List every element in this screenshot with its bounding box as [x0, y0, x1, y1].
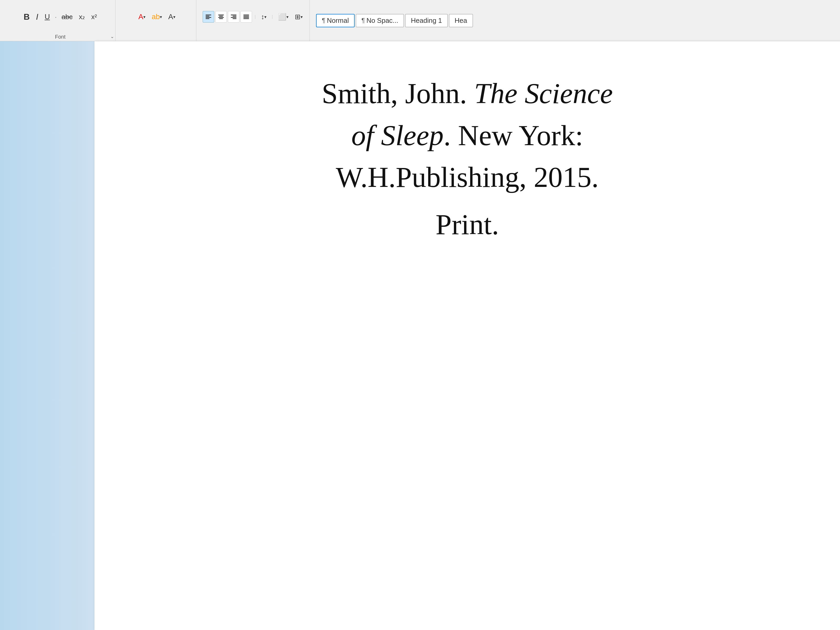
- alignment-group: | ↕▾ | ⬜▾ ⊞▾: [199, 0, 310, 41]
- style-heading2-label: Hea: [455, 17, 467, 25]
- doc-line3-normal: W.H.Publishing, 2015.: [336, 161, 598, 193]
- pi-nospace-icon: ¶: [362, 17, 365, 24]
- separator: ·: [55, 12, 57, 21]
- italic-button[interactable]: I: [33, 11, 41, 24]
- doc-line2-normal: . New York:: [444, 120, 583, 152]
- align-left-button[interactable]: [203, 11, 214, 22]
- page: Smith, John. The Science of Sleep. New Y…: [95, 41, 840, 630]
- doc-line2-italic: of Sleep: [351, 120, 444, 152]
- bold-button[interactable]: B: [21, 11, 32, 24]
- style-no-space-button[interactable]: ¶ No Spac...: [356, 14, 404, 27]
- style-heading1-button[interactable]: Heading 1: [405, 14, 448, 27]
- style-normal-button[interactable]: ¶ Normal: [316, 14, 355, 27]
- superscript-button[interactable]: x²: [88, 11, 99, 22]
- line-spacing-button[interactable]: ↕▾: [258, 11, 269, 22]
- toolbar: B I U · abc x₂ x² Font ⌄ A▾ ab▾ A▾: [0, 0, 840, 41]
- highlight-color-button[interactable]: ab▾: [149, 11, 164, 22]
- doc-line4-normal: Print.: [436, 204, 499, 246]
- pi-normal-icon: ¶: [322, 17, 325, 24]
- style-heading2-button[interactable]: Hea: [449, 14, 473, 27]
- underline-button[interactable]: U: [42, 11, 52, 22]
- font-format-group: B I U · abc x₂ x² Font ⌄: [5, 0, 115, 41]
- document-area: Smith, John. The Science of Sleep. New Y…: [0, 41, 840, 630]
- align-justify-button[interactable]: [240, 11, 252, 22]
- color-group: A▾ ab▾ A▾: [118, 0, 196, 41]
- style-normal-label: Normal: [327, 17, 349, 25]
- border-button[interactable]: ⊞▾: [292, 11, 305, 22]
- doc-line1-italic: The Science: [474, 77, 613, 109]
- left-margin: [0, 41, 95, 630]
- style-heading1-label: Heading 1: [411, 17, 442, 25]
- font-color-button[interactable]: A▾: [136, 11, 148, 22]
- style-no-space-label: No Spac...: [366, 17, 398, 25]
- shading-button[interactable]: ⬜▾: [275, 11, 291, 22]
- align-center-button[interactable]: [215, 11, 227, 22]
- styles-panel: ¶ Normal ¶ No Spac... Heading 1 Hea: [312, 0, 477, 41]
- document-content[interactable]: Smith, John. The Science of Sleep. New Y…: [136, 73, 798, 245]
- font-color-2-button[interactable]: A▾: [166, 11, 178, 22]
- font-group-label: Font: [55, 34, 65, 40]
- strikethrough-button[interactable]: abc: [59, 11, 75, 22]
- doc-line1-normal: Smith, John.: [322, 77, 474, 109]
- subscript-button[interactable]: x₂: [76, 11, 87, 22]
- align-right-button[interactable]: [228, 11, 239, 22]
- page-wrapper: Smith, John. The Science of Sleep. New Y…: [95, 41, 840, 630]
- font-expand-icon[interactable]: ⌄: [110, 33, 114, 39]
